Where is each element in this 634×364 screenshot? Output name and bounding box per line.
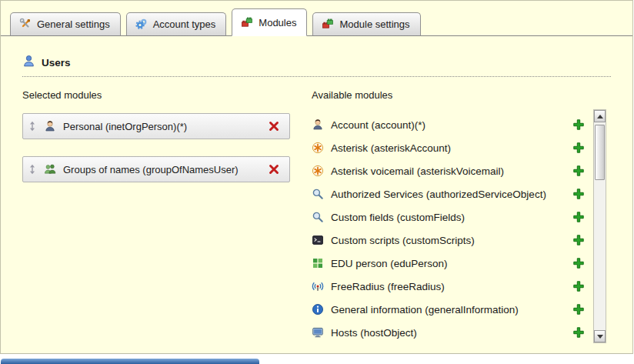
selected-module-label: Groups of names (groupOfNamesUser): [63, 164, 239, 175]
remove-module-button[interactable]: [268, 120, 280, 132]
available-module-label: Asterisk (asteriskAccount): [331, 142, 451, 154]
available-module-row: Hosts (hostObject): [312, 321, 585, 344]
add-module-button[interactable]: [572, 188, 585, 200]
asterisk-icon: [312, 142, 324, 154]
magnifier-icon: [312, 211, 324, 223]
tab-account-types[interactable]: Account types: [126, 12, 227, 36]
available-module-label: Asterisk voicemail (asteriskVoicemail): [331, 165, 504, 177]
person-icon: [312, 119, 324, 131]
available-module-row: General information (generalInformation): [312, 298, 585, 321]
available-module-label: Custom fields (customFields): [331, 212, 465, 223]
info-icon: [312, 303, 324, 316]
available-module-label: EDU person (eduPerson): [331, 258, 448, 269]
antenna-icon: [312, 280, 324, 292]
available-module-row: FreeRadius (freeRadius): [312, 275, 585, 298]
terminal-icon: [312, 234, 324, 246]
available-module-label: Authorized Services (authorizedServiceOb…: [331, 189, 546, 200]
available-module-label: General information (generalInformation): [331, 304, 519, 316]
sort-handle-icon[interactable]: [28, 164, 37, 175]
scroll-down-button[interactable]: [594, 330, 606, 342]
selected-module-row[interactable]: Personal (inetOrgPerson)(*): [22, 113, 290, 139]
add-module-button[interactable]: [572, 119, 585, 131]
page-footer: [0, 354, 634, 364]
bricks-icon: [322, 18, 334, 30]
scrollbar-thumb[interactable]: [595, 125, 605, 180]
add-module-button[interactable]: [572, 234, 585, 246]
triangle-down-icon: [597, 335, 603, 339]
tab-label: Account types: [153, 18, 216, 30]
remove-module-button[interactable]: [268, 163, 280, 175]
section-divider: [22, 76, 611, 77]
bottom-blue-bar: [1, 359, 259, 364]
add-module-button[interactable]: [572, 142, 585, 154]
monitor-icon: [312, 326, 324, 339]
tab-general-settings[interactable]: General settings: [10, 12, 121, 36]
available-module-label: Account (account)(*): [331, 119, 425, 131]
section-header-users: Users: [22, 55, 611, 71]
tab-label: General settings: [37, 18, 110, 30]
available-module-row: Authorized Services (authorizedServiceOb…: [312, 182, 585, 205]
add-module-button[interactable]: [572, 257, 585, 269]
tab-label: Modules: [259, 17, 296, 28]
person-icon: [44, 120, 56, 132]
asterisk-icon: [312, 165, 324, 177]
bricks-icon: [241, 16, 253, 28]
tab-bar: General settings Account types Modules M…: [1, 1, 632, 36]
tab-label: Module settings: [339, 18, 409, 30]
available-modules-column: Available modules Account (account)(*) A…: [312, 89, 611, 344]
available-modules-scrollbar[interactable]: [593, 109, 606, 343]
add-module-button[interactable]: [572, 165, 585, 177]
available-module-row: Custom scripts (customScripts): [312, 229, 585, 252]
scroll-up-button[interactable]: [594, 110, 606, 122]
available-module-row: Account (account)(*): [312, 113, 585, 136]
gears-icon: [135, 18, 148, 30]
available-module-row: EDU person (eduPerson): [312, 252, 585, 275]
magnifier-icon: [312, 188, 324, 200]
sort-handle-icon[interactable]: [28, 121, 37, 132]
selected-modules-column: Selected modules Personal (inetOrgPerson…: [22, 89, 290, 344]
add-module-button[interactable]: [572, 326, 585, 339]
available-module-row: Custom fields (customFields): [312, 205, 585, 229]
group-icon: [44, 163, 56, 175]
available-modules-heading: Available modules: [312, 89, 585, 101]
modules-content: Users Selected modules Personal (inetOrg…: [1, 36, 632, 344]
config-panel: General settings Account types Modules M…: [0, 0, 633, 354]
selected-module-label: Personal (inetOrgPerson)(*): [63, 121, 187, 132]
add-module-button[interactable]: [572, 303, 585, 316]
add-module-button[interactable]: [572, 280, 585, 292]
triangle-up-icon: [597, 115, 603, 119]
tab-module-settings[interactable]: Module settings: [312, 12, 420, 36]
selected-modules-heading: Selected modules: [22, 89, 290, 101]
available-module-row: Asterisk (asteriskAccount): [312, 136, 585, 159]
available-module-label: Hosts (hostObject): [331, 327, 417, 339]
available-module-label: Custom scripts (customScripts): [331, 235, 475, 246]
user-icon: [22, 55, 35, 71]
available-module-row: Asterisk voicemail (asteriskVoicemail): [312, 159, 585, 182]
section-title: Users: [42, 57, 71, 68]
tab-modules[interactable]: Modules: [232, 8, 307, 36]
selected-module-row[interactable]: Groups of names (groupOfNamesUser): [22, 156, 290, 182]
available-module-label: FreeRadius (freeRadius): [331, 281, 445, 292]
add-module-button[interactable]: [572, 211, 585, 223]
tools-icon: [19, 18, 32, 30]
grid-icon: [312, 257, 324, 269]
